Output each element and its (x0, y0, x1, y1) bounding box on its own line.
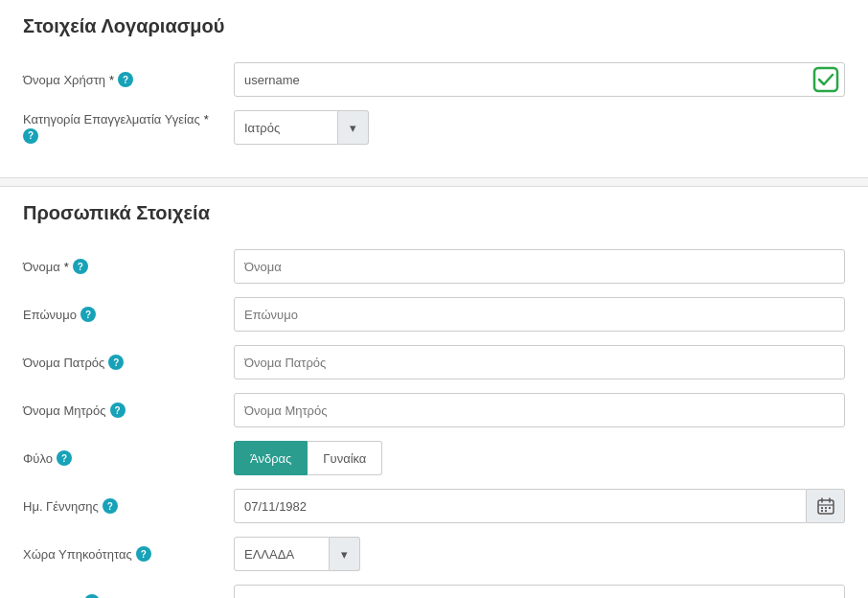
mother-row: Όνομα Μητρός ? (23, 393, 845, 427)
chevron-down-icon: ▾ (350, 121, 356, 135)
gender-male-btn[interactable]: Άνδρας (234, 441, 308, 475)
amka-label: Α.Μ.Κ.Α. * ? (23, 594, 234, 598)
svg-rect-8 (821, 510, 823, 512)
firstname-label: Όνομα * ? (23, 259, 234, 274)
category-dropdown-btn[interactable]: ▾ (338, 110, 369, 145)
father-input[interactable] (234, 345, 845, 380)
birthdate-help-icon[interactable]: ? (103, 498, 118, 514)
page-container: Στοιχεία Λογαριασμού Όνομα Χρήστη * ? (0, 0, 868, 598)
lastname-row: Επώνυμο ? (23, 297, 845, 332)
gender-help-icon[interactable]: ? (57, 450, 72, 466)
mother-help-icon[interactable]: ? (110, 402, 126, 418)
account-section: Στοιχεία Λογαριασμού Όνομα Χρήστη * ? (0, 0, 868, 178)
svg-rect-5 (821, 507, 823, 509)
gender-female-btn[interactable]: Γυναίκα (308, 441, 382, 475)
nationality-select[interactable]: ΕΛΛΑΔΑ ΑΛΛΗ (234, 537, 330, 571)
firstname-input[interactable] (234, 249, 845, 284)
gender-label: Φύλο ? (23, 450, 234, 466)
amka-input[interactable] (234, 585, 845, 598)
amka-help-icon[interactable]: ? (84, 594, 100, 598)
category-row: Κατηγορία Επαγγελματία Υγείας * ? Ιατρός… (23, 110, 845, 145)
category-label: Κατηγορία Επαγγελματία Υγείας * ? (23, 112, 234, 144)
personal-section-title: Προσωπικά Στοιχεία (23, 202, 845, 232)
nationality-dropdown-wrapper: ΕΛΛΑΔΑ ΑΛΛΗ ▾ (234, 537, 360, 571)
amka-row: Α.Μ.Κ.Α. * ? (23, 585, 845, 598)
lastname-label: Επώνυμο ? (23, 307, 234, 322)
category-select[interactable]: Ιατρός Νοσηλευτής Φαρμακοποιός (234, 110, 338, 145)
firstname-row: Όνομα * ? (23, 249, 845, 284)
lastname-input[interactable] (234, 297, 845, 332)
username-input-wrapper (234, 62, 845, 97)
birthdate-input[interactable] (234, 489, 807, 523)
username-help-icon[interactable]: ? (118, 72, 133, 87)
personal-section: Προσωπικά Στοιχεία Όνομα * ? Επώνυμο ? Ό… (0, 187, 868, 598)
birthdate-label: Ημ. Γέννησης ? (23, 498, 234, 514)
father-label: Όνομα Πατρός ? (23, 355, 234, 370)
svg-rect-9 (825, 510, 827, 512)
mother-label: Όνομα Μητρός ? (23, 402, 234, 418)
username-row: Όνομα Χρήστη * ? (23, 62, 845, 97)
username-check-icon (812, 66, 839, 93)
nationality-chevron-icon: ▾ (341, 547, 348, 562)
category-help-icon[interactable]: ? (23, 128, 38, 144)
gender-btn-group: Άνδρας Γυναίκα (234, 441, 382, 475)
father-help-icon[interactable]: ? (108, 355, 124, 370)
birthdate-input-wrapper (234, 489, 845, 523)
svg-rect-6 (825, 507, 827, 509)
birthdate-row: Ημ. Γέννησης ? (23, 489, 845, 523)
lastname-help-icon[interactable]: ? (80, 307, 96, 322)
nationality-label: Χώρα Υπηκοότητας ? (23, 546, 234, 562)
calendar-icon (817, 497, 834, 515)
svg-rect-0 (814, 68, 837, 91)
mother-input[interactable] (234, 393, 845, 427)
gender-row: Φύλο ? Άνδρας Γυναίκα (23, 441, 845, 475)
nationality-dropdown-btn[interactable]: ▾ (330, 537, 360, 571)
username-label: Όνομα Χρήστη * ? (23, 72, 234, 87)
svg-rect-7 (829, 507, 831, 509)
username-input[interactable] (234, 62, 845, 97)
calendar-btn[interactable] (807, 489, 845, 523)
firstname-help-icon[interactable]: ? (73, 259, 88, 274)
father-row: Όνομα Πατρός ? (23, 345, 845, 380)
nationality-row: Χώρα Υπηκοότητας ? ΕΛΛΑΔΑ ΑΛΛΗ ▾ (23, 537, 845, 571)
category-dropdown-wrapper: Ιατρός Νοσηλευτής Φαρμακοποιός ▾ (234, 110, 369, 145)
nationality-help-icon[interactable]: ? (136, 546, 151, 562)
account-section-title: Στοιχεία Λογαριασμού (23, 15, 845, 45)
